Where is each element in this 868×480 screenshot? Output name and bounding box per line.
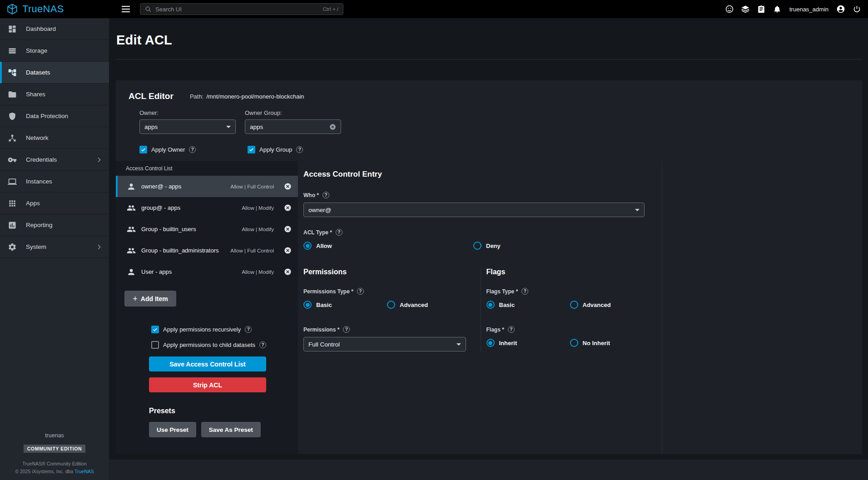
brand-name: TrueNAS — [22, 3, 64, 15]
acl-type-deny-radio[interactable]: Deny — [473, 242, 643, 250]
group-icon — [127, 225, 136, 234]
truenas-cube-icon — [6, 3, 18, 15]
dataset-path: Path:/mnt/monero-pool/monero-blockchain — [190, 93, 304, 100]
logged-in-username: truenas_admin — [789, 6, 828, 13]
flags-label: Flags * ? — [486, 326, 662, 333]
delete-entry-icon[interactable] — [284, 183, 292, 190]
help-icon[interactable]: ? — [336, 229, 342, 236]
permissions-type-advanced-radio[interactable]: Advanced — [387, 301, 471, 309]
sidebar-item-credentials[interactable]: Credentials — [0, 149, 109, 171]
acl-editor-card: ACL Editor Path:/mnt/monero-pool/monero-… — [116, 80, 862, 454]
help-icon[interactable]: ? — [189, 146, 196, 153]
help-icon[interactable]: ? — [521, 288, 528, 295]
sidebar-item-apps[interactable]: Apps — [0, 193, 109, 214]
sidebar-item-instances[interactable]: Instances — [0, 171, 109, 193]
flags-type-advanced-radio[interactable]: Advanced — [570, 301, 654, 309]
sidebar-item-network[interactable]: Network — [0, 127, 109, 149]
search-box[interactable]: Ctrl + / — [140, 3, 343, 15]
acl-type-label: ACL Type * ? — [303, 229, 662, 236]
flags-no-inherit-radio[interactable]: No Inherit — [570, 339, 654, 347]
owner-label: Owner: — [139, 109, 236, 116]
acl-list-title: Access Control List — [116, 161, 298, 176]
sidebar-item-data-protection[interactable]: Data Protection — [0, 105, 109, 127]
save-acl-button[interactable]: Save Access Control List — [149, 356, 266, 371]
sidebar-item-storage[interactable]: Storage — [0, 40, 109, 62]
monitor-icon — [8, 177, 17, 186]
owner-group-input[interactable]: apps — [245, 119, 341, 134]
sidebar-footer: truenas COMMUNITY EDITION TrueNAS® Commu… — [0, 432, 109, 475]
menu-toggle-icon[interactable] — [122, 6, 130, 12]
shield-icon — [8, 112, 17, 121]
search-icon — [145, 6, 152, 13]
tasks-clipboard-icon[interactable] — [757, 5, 766, 14]
datasets-tree-icon — [8, 68, 17, 77]
user-icon — [127, 267, 136, 277]
delete-entry-icon[interactable] — [284, 225, 292, 233]
permissions-section: Permissions Permissions Type * ? Basic A… — [303, 268, 481, 351]
network-hub-icon — [8, 134, 17, 143]
add-item-button[interactable]: + Add Item — [124, 291, 176, 307]
acl-entry-row[interactable]: owner@ - apps Allow | Full Control — [116, 176, 298, 197]
flags-type-basic-radio[interactable]: Basic — [486, 301, 570, 309]
chevron-right-icon — [95, 156, 103, 163]
delete-entry-icon[interactable] — [284, 247, 292, 254]
shares-folder-icon — [8, 90, 17, 99]
search-shortcut-hint: Ctrl + / — [323, 6, 338, 12]
flags-inherit-radio[interactable]: Inherit — [486, 339, 570, 347]
help-icon[interactable]: ? — [508, 326, 515, 333]
apply-group-checkbox[interactable] — [248, 146, 255, 153]
save-as-preset-button[interactable]: Save As Preset — [201, 422, 261, 437]
apply-recursively-checkbox[interactable] — [151, 326, 159, 333]
group-icon — [127, 203, 136, 213]
chevron-right-icon — [95, 243, 103, 251]
owner-select[interactable]: apps — [139, 119, 236, 134]
help-icon[interactable]: ? — [296, 146, 303, 153]
apply-child-datasets-checkbox[interactable] — [151, 341, 159, 349]
delete-entry-icon[interactable] — [284, 204, 292, 212]
top-bar: TrueNAS Ctrl + / truenas_admin — [0, 0, 868, 18]
account-circle-icon[interactable] — [836, 5, 845, 14]
chevron-down-icon — [635, 209, 640, 211]
who-label: Who * ? — [303, 192, 662, 198]
bottom-console-bar[interactable] — [109, 460, 868, 480]
use-preset-button[interactable]: Use Preset — [149, 422, 196, 437]
ace-title: Access Control Entry — [303, 170, 662, 179]
plus-icon: + — [133, 295, 138, 303]
who-select[interactable]: owner@ — [303, 203, 645, 217]
truenas-logo[interactable]: TrueNAS — [0, 3, 109, 15]
acl-type-allow-radio[interactable]: Allow — [303, 242, 473, 250]
truenas-link[interactable]: TrueNAS — [74, 469, 94, 474]
acl-entry-row[interactable]: Group - builtin_administrators Allow | F… — [116, 240, 298, 261]
footer-copyright: © 2025 iXsystems, Inc. dba TrueNAS — [0, 468, 109, 475]
page-title: Edit ACL — [116, 33, 868, 48]
jobs-layers-icon[interactable] — [741, 5, 750, 14]
help-icon[interactable]: ? — [357, 288, 364, 295]
acl-entry-row[interactable]: User - apps Allow | Modify — [116, 261, 298, 282]
apply-owner-checkbox[interactable] — [139, 146, 147, 153]
help-icon[interactable]: ? — [259, 341, 266, 348]
feedback-smiley-icon[interactable] — [725, 5, 734, 14]
clear-input-icon[interactable] — [329, 124, 336, 130]
acl-entry-row[interactable]: Group - builtin_users Allow | Modify — [116, 218, 298, 240]
sidebar-item-shares[interactable]: Shares — [0, 84, 109, 105]
sidebar-item-system[interactable]: System — [0, 236, 109, 258]
presets-title: Presets — [149, 407, 298, 415]
strip-acl-button[interactable]: Strip ACL — [149, 377, 266, 392]
permissions-select[interactable]: Full Control — [303, 337, 466, 351]
access-control-list-panel: Access Control List owner@ - apps Allow … — [116, 161, 298, 454]
permissions-type-basic-radio[interactable]: Basic — [303, 301, 387, 309]
key-icon — [8, 155, 17, 164]
sidebar-item-datasets[interactable]: Datasets — [0, 62, 109, 84]
acl-entry-row[interactable]: group@ - apps Allow | Modify — [116, 197, 298, 218]
power-icon[interactable] — [852, 5, 861, 14]
help-icon[interactable]: ? — [343, 326, 350, 333]
sidebar-item-dashboard[interactable]: Dashboard — [0, 18, 109, 40]
delete-entry-icon[interactable] — [284, 268, 292, 276]
access-control-entry-panel: Access Control Entry Who * ? owner@ ACL … — [298, 161, 662, 454]
notifications-bell-icon[interactable] — [773, 5, 782, 14]
help-icon[interactable]: ? — [245, 326, 252, 333]
search-input[interactable] — [155, 6, 319, 13]
permissions-type-label: Permissions Type * ? — [303, 288, 481, 295]
sidebar-item-reporting[interactable]: Reporting — [0, 214, 109, 236]
help-icon[interactable]: ? — [322, 192, 329, 198]
